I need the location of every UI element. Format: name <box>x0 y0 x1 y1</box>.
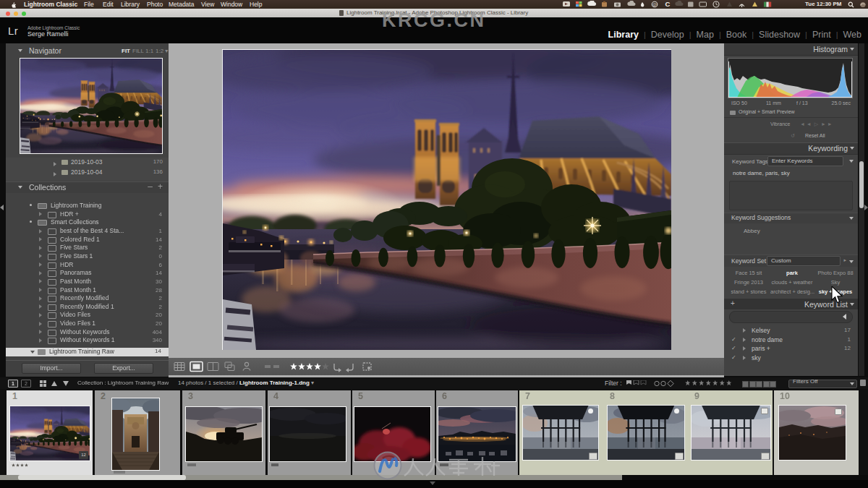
svg-text:@: @ <box>652 2 657 7</box>
svg-text:C: C <box>665 1 671 8</box>
